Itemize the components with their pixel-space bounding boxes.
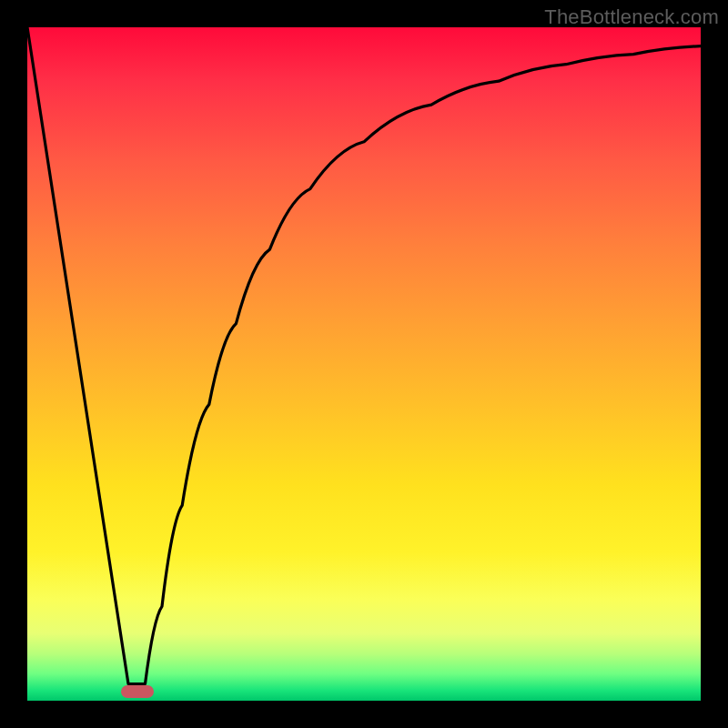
chart-frame: TheBottleneck.com	[0, 0, 728, 728]
plot-area	[27, 27, 701, 701]
curve-path	[27, 27, 701, 684]
min-marker	[121, 685, 154, 698]
curve-layer	[27, 27, 701, 701]
watermark-text: TheBottleneck.com	[544, 5, 719, 29]
